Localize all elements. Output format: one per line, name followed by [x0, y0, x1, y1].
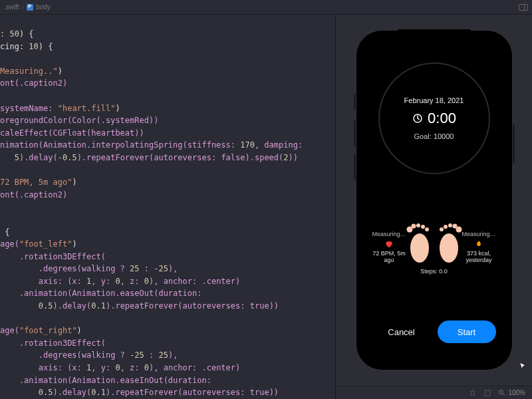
cancel-button[interactable]: Cancel [372, 321, 431, 343]
preview-canvas[interactable]: February 18, 2021 0:00 Goal: 10000 Measu… [336, 15, 532, 386]
zoom-control[interactable]: 100% [498, 389, 525, 396]
svg-point-8 [440, 227, 444, 231]
cursor-icon [519, 362, 528, 371]
power-button [513, 124, 515, 164]
stats-row: Measuring… 72 BPM, 5m ago [363, 174, 505, 321]
mute-switch [354, 94, 356, 110]
svg-rect-13 [485, 390, 490, 396]
pin-icon[interactable] [469, 389, 477, 397]
feet-graphic: Steps: 0.0 [406, 220, 462, 275]
button-row: Cancel Start [363, 321, 505, 343]
svg-point-4 [416, 223, 420, 227]
preview-pane: February 18, 2021 0:00 Goal: 10000 Measu… [336, 15, 532, 399]
goal-label: Goal: 10000 [414, 132, 454, 140]
app-screen: February 18, 2021 0:00 Goal: 10000 Measu… [363, 37, 505, 363]
svg-point-7 [440, 233, 458, 263]
timer-display: 0:00 [412, 110, 456, 127]
measuring-label: Measuring… [462, 231, 496, 238]
foot-right-icon [436, 220, 462, 264]
start-button[interactable]: Start [438, 321, 496, 343]
preview-status-bar: 100% [336, 386, 532, 399]
progress-ring: February 18, 2021 0:00 Goal: 10000 [378, 63, 490, 174]
svg-point-2 [425, 227, 429, 231]
foot-left-icon [406, 220, 433, 264]
heart-icon [384, 239, 394, 249]
zoom-value: 100% [508, 389, 525, 396]
property-icon [27, 4, 33, 11]
date-label: February 18, 2021 [404, 96, 464, 104]
device-frame: February 18, 2021 0:00 Goal: 10000 Measu… [356, 31, 512, 370]
code-editor[interactable]: : 50) { cing: 10) { Measuring..") ont(.c… [0, 15, 335, 399]
svg-point-14 [499, 390, 503, 394]
breadcrumb-bar: .swift › body [0, 0, 532, 15]
svg-point-6 [406, 227, 412, 233]
chevron-right-icon: › [22, 3, 24, 11]
breadcrumb-symbol: body [36, 3, 51, 11]
timer-value: 0:00 [428, 110, 456, 127]
sidebar-toggle-icon[interactable] [519, 4, 528, 11]
clock-icon [412, 112, 424, 124]
svg-point-3 [421, 225, 425, 229]
bpm-label: 72 BPM, 5m ago [372, 250, 406, 265]
measuring-label: Measuring… [372, 231, 406, 238]
svg-point-9 [444, 225, 448, 229]
kcal-label: 373 kcal, yesterday [462, 250, 496, 265]
breadcrumb-file: .swift [4, 3, 19, 11]
breadcrumb[interactable]: .swift › body [4, 3, 51, 11]
calories-stat: Measuring… 373 kcal, yesterday [462, 231, 496, 264]
code-text: : [0, 29, 9, 39]
svg-point-12 [456, 227, 462, 233]
heart-rate-stat: Measuring… 72 BPM, 5m ago [372, 231, 406, 264]
svg-line-15 [503, 394, 505, 396]
volume-down-button [354, 154, 356, 180]
svg-point-10 [448, 223, 452, 227]
expand-icon[interactable] [483, 389, 491, 397]
volume-up-button [354, 120, 356, 147]
steps-label: Steps: 0.0 [420, 268, 448, 275]
magnifier-icon [498, 389, 505, 396]
svg-point-1 [410, 233, 429, 263]
flame-icon [474, 239, 483, 249]
